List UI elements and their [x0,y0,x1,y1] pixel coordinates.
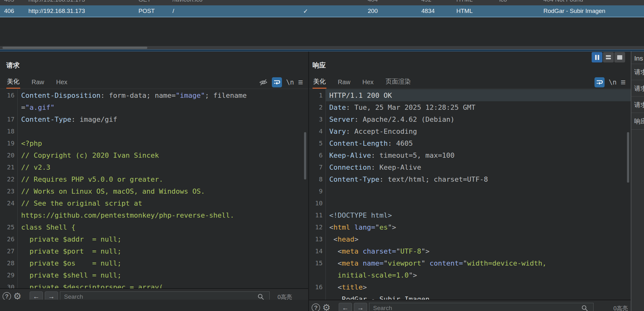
line-number: 10 [309,197,326,209]
code-token: " [396,247,400,255]
layout-columns-button[interactable] [592,52,602,62]
code-line: 2Date: Tue, 25 Mar 2025 12:28:25 GMT [309,101,631,113]
word-wrap-toggle-button[interactable] [272,77,282,87]
search-previous-button[interactable]: ← [30,291,43,300]
tab-Raw[interactable]: Raw [31,79,45,89]
line-number: 17 [0,113,18,125]
search-previous-button[interactable]: ← [339,303,352,311]
help-icon[interactable]: ? [312,303,320,311]
code-line: 16Content-Disposition: form-data; name="… [0,89,308,101]
editor-menu-icon[interactable]: ≡ [298,78,303,87]
response-editor[interactable]: 1HTTP/1.1 200 OK2Date: Tue, 25 Mar 2025 … [309,89,631,300]
code-line: https://github.com/pentestmonkey/php-rev… [0,209,308,221]
code-token: : Tue, 25 Mar 2025 12:28:25 GMT [346,103,476,111]
line-number: 25 [0,221,18,233]
request-scrollbar-thumb[interactable] [304,132,306,179]
code-token: "> [388,223,396,231]
search-magnifier-icon [581,304,588,311]
line-number [309,293,326,300]
line-number: 1 [309,89,326,101]
code-token: : Keep-Alive [371,163,421,171]
code-token: // Requires PHP v5.0.0 or greater. [21,175,163,183]
code-token: initial-scale=1.0 [329,271,409,279]
horizontal-scrollbar-thumb[interactable] [3,47,147,49]
tab-Raw[interactable]: Raw [337,79,351,89]
inspector-item-3[interactable]: 请求 [631,96,644,113]
code-token: // See the original script at [21,199,142,207]
line-number: 26 [0,233,18,245]
code-token: width=device-width, [467,259,547,267]
inspector-item-4[interactable]: 响应 [631,113,644,129]
tab-美化[interactable]: 美化 [313,77,326,89]
cell-title: 404 Not Found [543,0,583,3]
code-line: 17Content-Type: image/gif [0,113,308,125]
line-number: 12 [309,221,326,233]
response-search-input[interactable] [369,303,594,311]
editor-menu-icon[interactable]: ≡ [621,78,626,87]
code-token: < [329,223,333,231]
settings-gear-icon[interactable]: ⚙ [13,291,21,300]
word-wrap-toggle-button[interactable] [594,77,605,87]
layout-rows-button[interactable] [603,52,614,62]
response-search-bar: ? ⚙ ← → 0高亮 [309,300,644,311]
request-editor[interactable]: 16Content-Disposition: form-data; name="… [0,89,308,300]
code-token: > [354,235,358,243]
inspector-item-label: 响应 [634,117,644,126]
line-number: 4 [309,125,326,137]
code-token: title [342,283,363,291]
line-number: 16 [309,281,326,293]
code-token: < [329,247,342,255]
inspector-item-label: 请求 [634,84,644,92]
inspector-item-2[interactable]: 请求 [631,80,644,96]
code-token: HTTP/1.1 200 OK [329,91,392,99]
code-token: < [329,259,342,267]
cell-title: RodGar - Subir Imagen [543,8,605,15]
code-line: 16 <title> [309,281,631,293]
code-line: 5Content-Length: 4605 [309,137,631,149]
history-row-405[interactable]: 405http://192.168.31.173GET/favicon.ico4… [0,0,644,5]
cell-path: /favicon.ico [173,0,202,3]
hide-eye-icon[interactable] [259,78,268,87]
tab-美化[interactable]: 美化 [6,77,20,89]
code-line: 11<!DOCTYPE html> [309,209,631,221]
response-scrollbar-thumb[interactable] [627,132,629,183]
http-history-table[interactable]: 405http://192.168.31.173GET/favicon.ico4… [0,0,644,46]
help-icon[interactable]: ? [3,292,11,300]
code-token: : Accept-Encoding [346,127,417,135]
code-token: Content-Type [329,175,379,183]
tab-Hex[interactable]: Hex [362,79,374,89]
code-line: 20// Copyright (c) 2020 Ivan Sincek [0,149,308,161]
line-number: 28 [0,257,18,269]
code-token: meta [342,247,359,255]
code-line: 22// Requires PHP v5.0.0 or greater. [0,173,308,185]
code-token: html [333,223,350,231]
line-number: 2 [309,101,326,113]
code-token: " [421,259,425,267]
code-token: charset= [359,247,396,255]
history-horizontal-scrollbar[interactable] [0,46,644,50]
layout-single-button[interactable] [614,52,625,62]
code-token: private $shell = null; [21,271,121,279]
cell-ext: ico [499,0,507,3]
inspector-item-1[interactable]: 请求 [631,64,644,80]
cell-url: http://192.168.31.173 [28,0,85,3]
show-newlines-icon[interactable]: \n [609,79,617,86]
code-token: private $addr = null; [21,235,121,243]
code-token: "image" [176,91,205,99]
tab-页面渲染[interactable]: 页面渲染 [385,77,412,89]
cell-mime: HTML [456,8,473,15]
code-line: 26 private $addr = null; [0,233,308,245]
code-token: : text/html; charset=UTF-8 [379,175,488,183]
code-line: 9 [309,185,631,197]
request-search-input[interactable] [60,291,270,300]
search-next-button[interactable]: → [45,291,58,300]
code-token: : Apache/2.4.62 (Debian) [354,115,454,123]
search-next-button[interactable]: → [354,303,367,311]
show-newlines-icon[interactable]: \n [286,79,294,86]
settings-gear-icon[interactable]: ⚙ [322,302,331,311]
code-token: Server [329,115,354,123]
code-token: Content-Length [329,139,388,147]
tab-Hex[interactable]: Hex [56,79,68,89]
cell-url: http://192.168.31.173 [28,8,85,15]
history-row-406[interactable]: 406http://192.168.31.173POST/✓2004834HTM… [0,5,644,17]
